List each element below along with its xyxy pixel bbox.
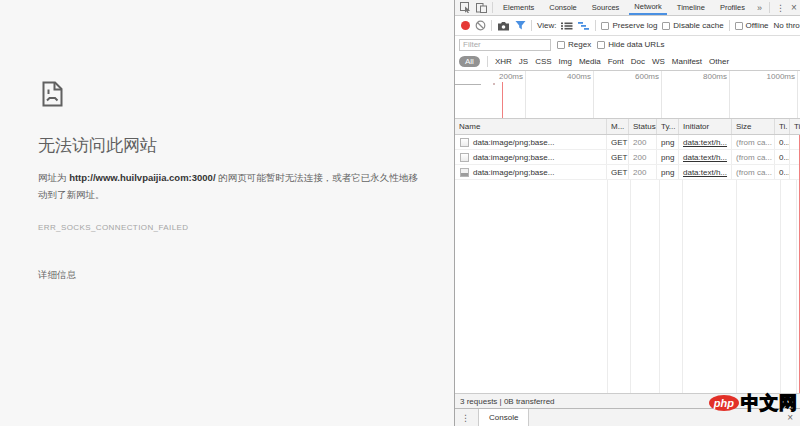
details-link[interactable]: 详细信息 [38, 269, 76, 282]
overview-gridline [525, 71, 526, 118]
filter-funnel-icon[interactable] [515, 20, 526, 31]
divider [595, 20, 596, 31]
error-message: 网址为 http://www.huilvpaijia.com:3000/ 的网页… [38, 169, 426, 203]
ruler-tick: 1000ms [747, 72, 795, 81]
tab-sources[interactable]: Sources [587, 0, 625, 15]
drawer-tab-console[interactable]: Console [478, 409, 529, 426]
initiator-link[interactable]: data:text/h... [683, 138, 727, 147]
column-header-timeline[interactable]: Tim [790, 119, 800, 134]
divider [769, 2, 770, 13]
offline-checkbox[interactable]: Offline [735, 21, 769, 30]
view-label: View: [537, 21, 556, 30]
overview-gridline [593, 71, 594, 118]
table-row[interactable]: data:image/png;base... GET 200 png data:… [455, 150, 800, 165]
type-filter-img[interactable]: Img [559, 57, 572, 66]
type-filter-xhr[interactable]: XHR [495, 57, 512, 66]
type-filter-bar: All XHR JS CSS Img Media Font Doc WS Man… [455, 53, 800, 71]
type-filter-doc[interactable]: Doc [631, 57, 645, 66]
column-header-name[interactable]: Name [455, 119, 607, 134]
column-header-method[interactable]: M... [607, 119, 629, 134]
initiator-link[interactable]: data:text/h... [683, 153, 727, 162]
overview-request-tick [493, 83, 495, 85]
screenshot-camera-icon[interactable] [497, 21, 510, 31]
tab-network[interactable]: Network [629, 0, 667, 15]
devtools-close-icon[interactable]: × [791, 2, 797, 13]
php-cn-watermark: php 中文网 [709, 391, 798, 415]
column-header-type[interactable]: Ty... [657, 119, 679, 134]
table-row[interactable]: data:image/png;base... GET 200 png data:… [455, 165, 800, 180]
preserve-log-checkbox[interactable]: Preserve log [601, 21, 657, 30]
type-filter-js[interactable]: JS [519, 57, 528, 66]
waterfall-view-icon[interactable] [578, 21, 590, 31]
devtools-panel: Elements Console Sources Network Timelin… [454, 0, 800, 426]
type-filter-ws[interactable]: WS [652, 57, 665, 66]
overview-request-bar [455, 84, 481, 85]
type-filter-other[interactable]: Other [709, 57, 729, 66]
tab-elements[interactable]: Elements [498, 0, 539, 15]
error-message-prefix: 网址为 [38, 172, 69, 183]
screenshot-root: 无法访问此网站 网址为 http://www.huilvpaijia.com:3… [0, 0, 800, 426]
ruler-tick: 800ms [679, 72, 727, 81]
checkbox-icon[interactable] [601, 22, 609, 30]
image-preview-icon [460, 153, 469, 162]
overview-gridline [729, 71, 730, 118]
divider [487, 56, 488, 67]
column-header-status[interactable]: Status [629, 119, 657, 134]
overview-gridline [797, 71, 798, 118]
checkbox-icon[interactable] [735, 22, 743, 30]
drawer-menu-icon[interactable]: ⋮ [461, 413, 470, 423]
sad-page-icon [38, 80, 66, 108]
image-preview-icon [460, 138, 469, 147]
watermark-text: 中文网 [741, 391, 798, 415]
tab-console[interactable]: Console [544, 0, 582, 15]
error-code: ERR_SOCKS_CONNECTION_FAILED [38, 223, 454, 232]
record-icon[interactable] [461, 21, 470, 30]
type-filter-manifest[interactable]: Manifest [672, 57, 702, 66]
network-overview[interactable]: 200ms 400ms 600ms 800ms 1000ms [455, 71, 800, 119]
image-preview-icon [460, 168, 469, 177]
tab-profiles[interactable]: Profiles [715, 0, 750, 15]
filter-row: Regex Hide data URLs [455, 36, 800, 53]
type-filter-media[interactable]: Media [579, 57, 601, 66]
table-column-lines [455, 180, 800, 393]
clear-icon[interactable] [475, 20, 486, 31]
column-header-time[interactable]: Ti.▲ [775, 119, 790, 134]
load-event-line [502, 82, 503, 118]
type-filter-font[interactable]: Font [608, 57, 624, 66]
overview-gridline [661, 71, 662, 118]
ruler-tick: 400ms [543, 72, 591, 81]
type-filter-css[interactable]: CSS [535, 57, 551, 66]
column-header-initiator[interactable]: Initiator [679, 119, 732, 134]
hide-data-urls-checkbox[interactable]: Hide data URLs [597, 40, 664, 49]
error-url: http://www.huilvpaijia.com:3000/ [69, 172, 215, 183]
type-filter-all[interactable]: All [459, 56, 480, 67]
disable-cache-checkbox[interactable]: Disable cache [662, 21, 723, 30]
requests-table-body: data:image/png;base... GET 200 png data:… [455, 135, 800, 180]
table-row[interactable]: data:image/png;base... GET 200 png data:… [455, 135, 800, 150]
divider [492, 2, 493, 13]
ruler-tick: 200ms [475, 72, 523, 81]
request-summary: 3 requests | 0B transferred [460, 397, 555, 406]
column-header-size[interactable]: Size [732, 119, 775, 134]
list-view-icon[interactable] [561, 21, 573, 31]
divider [531, 20, 532, 31]
tab-timeline[interactable]: Timeline [672, 0, 710, 15]
requests-table-header: Name M... Status Ty... Initiator Size Ti… [455, 119, 800, 135]
device-toolbar-icon[interactable] [476, 2, 487, 13]
php-logo-badge: php [709, 395, 739, 411]
ruler-tick: 600ms [611, 72, 659, 81]
inspect-element-icon[interactable] [460, 2, 471, 13]
checkbox-icon[interactable] [557, 41, 565, 49]
throttling-dropdown[interactable]: No thro [774, 21, 800, 30]
regex-checkbox[interactable]: Regex [557, 40, 591, 49]
checkbox-icon[interactable] [662, 22, 670, 30]
divider [729, 20, 730, 31]
checkbox-icon[interactable] [597, 41, 605, 49]
error-title: 无法访问此网站 [38, 134, 454, 157]
devtools-menu-icon[interactable]: ⋮ [776, 3, 785, 13]
more-tabs-chevron[interactable]: » [755, 3, 764, 13]
initiator-link[interactable]: data:text/h... [683, 168, 727, 177]
filter-input[interactable] [459, 39, 551, 51]
divider [491, 20, 492, 31]
network-toolbar: View: Preserve log [455, 16, 800, 36]
